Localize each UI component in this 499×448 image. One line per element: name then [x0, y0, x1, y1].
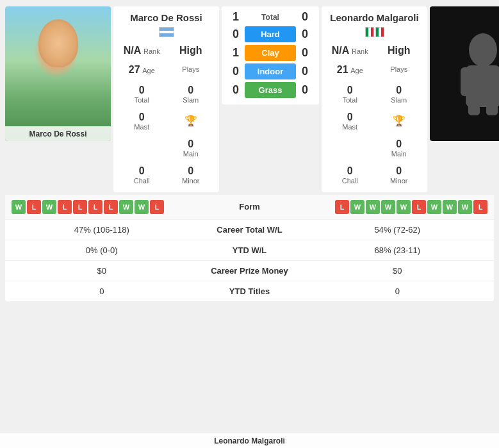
left-mast-label: Mast — [119, 123, 165, 131]
left-main-value: 0 — [168, 138, 215, 150]
right-minor-cell: 0 Minor — [375, 163, 424, 187]
left-minor-cell: 0 Minor — [167, 163, 216, 187]
left-trophy-cell: 🏆 — [167, 109, 216, 133]
right-mast-cell: 0 Mast — [325, 109, 375, 133]
left-main-cell: 0 Main — [167, 136, 216, 160]
right-age-value: 21 — [337, 64, 348, 75]
left-trophy-icon: 🏆 — [184, 115, 197, 127]
left-total-label: Total — [119, 96, 165, 104]
right-high-cell: High — [375, 42, 424, 59]
right-player-silhouette — [454, 32, 500, 115]
svg-rect-2 — [461, 67, 471, 96]
left-form-badge-l: L — [73, 200, 87, 214]
right-total-cell: 0 Total — [325, 82, 375, 106]
stats-center-3: YTD Titles — [192, 286, 307, 296]
right-rank-label: Rank — [352, 47, 368, 55]
right-total-score: 0 — [296, 10, 314, 24]
right-mast-label: Mast — [327, 123, 373, 131]
right-chall-label: Chall — [327, 177, 373, 185]
hard-score-row: 0 Hard 0 — [227, 26, 314, 42]
right-form-badge-w: W — [350, 200, 364, 214]
right-form-badge-w: W — [443, 200, 457, 214]
right-rank-value: N/A — [332, 45, 350, 56]
left-mast-value: 0 — [119, 112, 165, 123]
right-minor-value: 0 — [376, 165, 423, 177]
left-high-value: High — [179, 45, 202, 56]
right-indoor-score: 0 — [296, 65, 314, 78]
right-plays-label: Plays — [390, 65, 407, 73]
indoor-badge: Indoor — [245, 63, 296, 79]
right-rank-cell: N/A Rank — [325, 42, 375, 59]
left-plays-cell: Plays — [167, 62, 216, 78]
players-row: Marco De Rossi Marco De Rossi N/A Rank H… — [0, 0, 499, 195]
left-hard-score: 0 — [227, 28, 245, 41]
svg-rect-5 — [486, 103, 498, 115]
right-form-badge-w: W — [397, 200, 411, 214]
stats-row-0: 47% (106-118)Career Total W/L54% (72-62) — [5, 220, 494, 240]
right-main-label: Main — [376, 150, 423, 158]
right-player-name-below-photo: Leonardo Malgaroli — [214, 436, 285, 445]
left-total-score: 1 — [227, 10, 245, 24]
stats-table: 47% (106-118)Career Total W/L54% (72-62)… — [5, 220, 494, 301]
left-slam-value: 0 — [168, 85, 215, 96]
bottom-stats-section: WLWLLLLWWL Form LWWWWLWWWL 47% (106-118)… — [5, 195, 494, 301]
right-clay-score: 0 — [296, 46, 314, 60]
form-label: Form — [218, 202, 282, 212]
right-age-cell: 21 Age — [325, 62, 375, 78]
right-form-badge-w: W — [458, 200, 472, 214]
left-indoor-score: 0 — [227, 65, 245, 78]
right-total-value: 0 — [327, 85, 373, 96]
right-flag-row — [365, 27, 384, 37]
right-player-photo: Leonardo Malgaroli — [430, 6, 499, 141]
left-form-badge-w: W — [135, 200, 149, 214]
left-chall-cell: 0 Chall — [117, 163, 167, 187]
left-plays-label: Plays — [182, 65, 199, 73]
right-trophy-icon: 🏆 — [393, 115, 405, 127]
right-slam-cell: 0 Slam — [375, 82, 424, 106]
right-stats-grid2: 0 Total 0 Slam 0 Mast 🏆 0 Main — [325, 82, 423, 187]
stats-right-3: 0 — [307, 286, 488, 296]
left-age-label: Age — [142, 67, 155, 74]
right-plays-cell: Plays — [375, 62, 424, 78]
right-form-badge-w: W — [381, 200, 395, 214]
svg-point-0 — [469, 33, 497, 67]
grass-score-row: 0 Grass 0 — [227, 82, 314, 98]
left-slam-cell: 0 Slam — [167, 82, 216, 106]
left-rank-value: N/A — [124, 45, 142, 56]
stats-row-2: $0Career Prize Money$0 — [5, 261, 494, 281]
stats-left-1: 0% (0-0) — [12, 245, 192, 255]
left-mast-cell: 0 Mast — [117, 109, 167, 133]
left-form-badge-l: L — [88, 200, 102, 214]
grass-badge: Grass — [245, 82, 296, 98]
left-player-name-below-photo: Marco De Rossi — [29, 129, 86, 138]
left-rank-label: Rank — [143, 47, 160, 55]
right-grass-score: 0 — [296, 83, 314, 97]
left-flag-row — [159, 27, 174, 37]
left-grass-score: 0 — [227, 83, 245, 97]
left-age-value: 27 — [129, 64, 140, 75]
left-flag-icon — [159, 27, 174, 37]
right-form-badge-w: W — [427, 200, 441, 214]
stats-left-3: 0 — [12, 286, 192, 296]
left-chall-label: Chall — [119, 177, 165, 185]
stats-center-1: YTD W/L — [192, 245, 307, 255]
svg-rect-4 — [468, 103, 480, 115]
left-player-photo: Marco De Rossi — [5, 6, 111, 141]
right-stats-grid: N/A Rank High 21 Age Plays — [325, 42, 423, 78]
right-total-label: Total — [327, 96, 373, 104]
left-chall-value: 0 — [119, 165, 165, 177]
stats-right-0: 54% (72-62) — [307, 225, 488, 235]
left-stats-grid: N/A Rank High 27 Age Plays — [117, 42, 215, 78]
right-mast-value: 0 — [327, 112, 373, 123]
clay-score-row: 1 Clay 0 — [227, 45, 314, 61]
left-form-badge-l: L — [150, 200, 164, 214]
right-player-card: Leonardo Malgaroli N/A Rank High 21 Age — [322, 6, 427, 192]
right-form-badges: LWWWWLWWWL — [282, 200, 488, 214]
left-form-badge-w: W — [119, 200, 133, 214]
main-container: Marco De Rossi Marco De Rossi N/A Rank H… — [0, 0, 499, 301]
stats-left-0: 47% (106-118) — [12, 225, 192, 235]
center-group: 1 Total 0 0 Hard 0 1 Clay 0 0 — [222, 6, 319, 104]
clay-badge: Clay — [245, 45, 296, 61]
right-main-value: 0 — [376, 138, 423, 150]
left-slam-label: Slam — [168, 96, 215, 104]
